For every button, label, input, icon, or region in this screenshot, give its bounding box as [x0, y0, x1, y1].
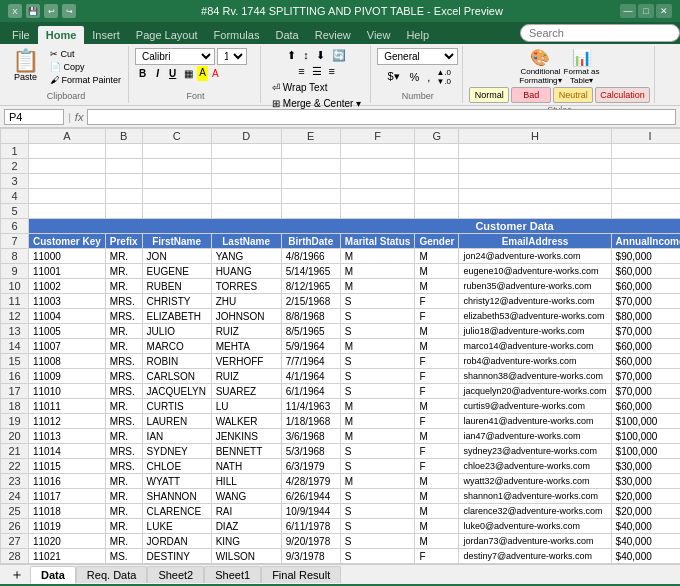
add-sheet-button[interactable]: ＋	[4, 564, 30, 586]
italic-button[interactable]: I	[152, 66, 163, 81]
tab-view[interactable]: View	[359, 26, 399, 44]
row-header[interactable]: 21	[1, 444, 29, 459]
copy-button[interactable]: 📄 Copy	[47, 61, 124, 73]
row-header[interactable]: 10	[1, 279, 29, 294]
row-header[interactable]: 9	[1, 264, 29, 279]
col-header-f[interactable]: F	[340, 129, 415, 144]
title-bar-icons: X 💾 ↩ ↪	[8, 4, 76, 18]
row-header[interactable]: 18	[1, 399, 29, 414]
text-orientation-button[interactable]: 🔄	[329, 48, 349, 63]
formula-input[interactable]	[87, 109, 676, 125]
tab-data[interactable]: Data	[267, 26, 306, 44]
tab-review[interactable]: Review	[307, 26, 359, 44]
decrease-decimal-button[interactable]: ▼.0	[434, 77, 453, 86]
percent-button[interactable]: %	[406, 68, 424, 86]
col-header-e[interactable]: E	[281, 129, 340, 144]
comma-button[interactable]: ,	[424, 69, 433, 85]
col-header-b[interactable]: B	[105, 129, 142, 144]
align-top-button[interactable]: ⬆	[284, 48, 299, 63]
row-header[interactable]: 26	[1, 519, 29, 534]
section-header-row: 6 Customer Data	[1, 219, 681, 234]
row-header[interactable]: 6	[1, 219, 29, 234]
style-bad-button[interactable]: Bad	[511, 87, 551, 103]
underline-button[interactable]: U	[165, 66, 180, 81]
col-header-g[interactable]: G	[415, 129, 459, 144]
row-header[interactable]: 5	[1, 204, 29, 219]
tab-file[interactable]: File	[4, 26, 38, 44]
sheet-tab-data[interactable]: Data	[30, 566, 76, 584]
search-input[interactable]	[520, 24, 680, 42]
row-header[interactable]: 8	[1, 249, 29, 264]
font-color-button[interactable]: A	[210, 67, 221, 80]
style-normal-button[interactable]: Normal	[469, 87, 509, 103]
sheet-tab-sheet2[interactable]: Sheet2	[147, 566, 204, 583]
tab-formulas[interactable]: Formulas	[206, 26, 268, 44]
row-header[interactable]: 23	[1, 474, 29, 489]
col-header-i[interactable]: I	[611, 129, 680, 144]
paste-button[interactable]: 📋 Paste	[8, 48, 43, 84]
row-header[interactable]: 13	[1, 324, 29, 339]
cut-button[interactable]: ✂ Cut	[47, 48, 124, 60]
row-header[interactable]: 7	[1, 234, 29, 249]
bold-button[interactable]: B	[135, 66, 150, 81]
number-format-select[interactable]: General	[377, 48, 458, 65]
row-header[interactable]: 17	[1, 384, 29, 399]
redo-icon[interactable]: ↪	[62, 4, 76, 18]
format-as-table-button[interactable]: 📊 Format as Table▾	[564, 48, 600, 85]
row-header[interactable]: 15	[1, 354, 29, 369]
row-header[interactable]: 22	[1, 459, 29, 474]
align-left-button[interactable]: ≡	[295, 64, 307, 79]
row-header[interactable]: 20	[1, 429, 29, 444]
accounting-button[interactable]: $▾	[382, 67, 404, 86]
font-name-select[interactable]: Calibri	[135, 48, 215, 65]
table-row: 1311005MR.JULIORUIZ8/5/1965SMjulio18@adv…	[1, 324, 681, 339]
row-header[interactable]: 29	[1, 564, 29, 565]
spreadsheet-container[interactable]: A B C D E F G H I J K L M N 1	[0, 128, 680, 564]
col-header-a[interactable]: A	[29, 129, 106, 144]
name-box[interactable]	[4, 109, 64, 125]
row-header[interactable]: 19	[1, 414, 29, 429]
border-button[interactable]: ▦	[182, 67, 195, 80]
highlight-button[interactable]: A	[197, 66, 208, 81]
row-header[interactable]: 4	[1, 189, 29, 204]
row-header[interactable]: 24	[1, 489, 29, 504]
row-header[interactable]: 25	[1, 504, 29, 519]
row-header[interactable]: 3	[1, 174, 29, 189]
sheet-tab-req-data[interactable]: Req. Data	[76, 566, 148, 583]
undo-icon[interactable]: ↩	[44, 4, 58, 18]
align-bottom-button[interactable]: ⬇	[313, 48, 328, 63]
col-header-d[interactable]: D	[211, 129, 281, 144]
row-header[interactable]: 11	[1, 294, 29, 309]
style-neutral-button[interactable]: Neutral	[553, 87, 593, 103]
tab-page-layout[interactable]: Page Layout	[128, 26, 206, 44]
increase-decimal-button[interactable]: ▲.0	[434, 68, 453, 77]
close-button[interactable]: ✕	[656, 4, 672, 18]
tab-home[interactable]: Home	[38, 26, 85, 44]
wrap-text-button[interactable]: ⏎ Wrap Text	[267, 80, 366, 95]
format-painter-button[interactable]: 🖌 Format Painter	[47, 74, 124, 86]
row-header[interactable]: 27	[1, 534, 29, 549]
header-annual-income: AnnualIncome	[611, 234, 680, 249]
font-size-select[interactable]: 11	[217, 48, 247, 65]
tab-help[interactable]: Help	[398, 26, 437, 44]
row-header[interactable]: 14	[1, 339, 29, 354]
row-header[interactable]: 2	[1, 159, 29, 174]
col-header-c[interactable]: C	[142, 129, 211, 144]
quick-save-icon[interactable]: 💾	[26, 4, 40, 18]
align-middle-button[interactable]: ↕	[300, 48, 312, 63]
conditional-format-button[interactable]: 🎨 Conditional Formatting▾	[519, 48, 561, 85]
row-header[interactable]: 16	[1, 369, 29, 384]
sheet-tab-final-result[interactable]: Final Result	[261, 566, 341, 583]
sheet-tab-sheet1[interactable]: Sheet1	[204, 566, 261, 583]
maximize-button[interactable]: □	[638, 4, 654, 18]
row-header[interactable]: 28	[1, 549, 29, 564]
table-row: 1411007MR.MARCOMEHTA5/9/1964MMmarco14@ad…	[1, 339, 681, 354]
align-center-button[interactable]: ☰	[309, 64, 325, 79]
style-calculation-button[interactable]: Calculation	[595, 87, 650, 103]
tab-insert[interactable]: Insert	[84, 26, 128, 44]
minimize-button[interactable]: —	[620, 4, 636, 18]
row-header[interactable]: 12	[1, 309, 29, 324]
align-right-button[interactable]: ≡	[326, 64, 338, 79]
row-header[interactable]: 1	[1, 144, 29, 159]
col-header-h[interactable]: H	[459, 129, 611, 144]
